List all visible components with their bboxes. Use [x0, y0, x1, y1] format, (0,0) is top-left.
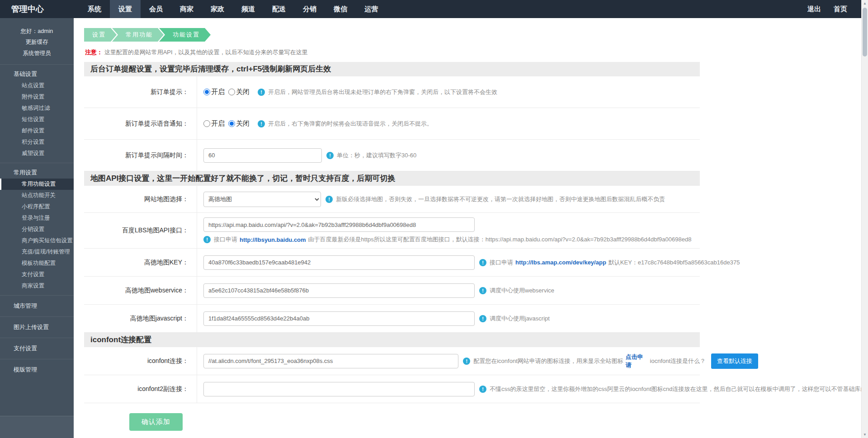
- sidebar-item-payment-settings[interactable]: 支付设置: [0, 269, 74, 280]
- tip-interval-input[interactable]: [203, 148, 322, 163]
- sidebar-group-label-city[interactable]: 城市管理: [0, 299, 74, 313]
- sidebar-item-common-function-settings[interactable]: 常用功能设置: [0, 179, 74, 190]
- new-order-tip-radio-group: 开启 关闭: [203, 88, 253, 96]
- info-icon: [479, 315, 486, 322]
- sidebar-group-label-basic[interactable]: 基础设置: [0, 68, 74, 80]
- scrollbar-thumb[interactable]: [863, 8, 867, 57]
- field-label: 高德地图KEY：: [84, 249, 197, 276]
- baidu-lbs-apply-link[interactable]: http://lbsyun.baidu.com: [240, 236, 306, 243]
- sidebar-item-prestige-settings[interactable]: 威望设置: [0, 148, 74, 159]
- field-help: 单位：秒，建议填写数字30-60: [337, 151, 416, 160]
- sidebar-item-merchant-settings[interactable]: 商家设置: [0, 280, 74, 292]
- nav-item-settings[interactable]: 设置: [110, 0, 141, 18]
- scrollbar-up-arrow[interactable]: ▲: [862, 0, 868, 7]
- new-order-tip-off-radio[interactable]: [228, 89, 235, 95]
- nav-item-distribution[interactable]: 分销: [294, 0, 325, 18]
- sidebar-item-sensitive-word-filter[interactable]: 敏感词过滤: [0, 103, 74, 114]
- sidebar-item-site-function-switch[interactable]: 站点功能开关: [0, 190, 74, 201]
- view-default-link-button[interactable]: 查看默认连接: [711, 353, 758, 369]
- notice-bar: 注意： 这里配置的是网站常用API，以及其他的设置，以后不知道分来的尽量写在这里: [85, 48, 700, 57]
- breadcrumb-step-settings[interactable]: 设置: [84, 28, 117, 42]
- amap-javascript-input[interactable]: [203, 311, 475, 326]
- nav-item-delivery[interactable]: 配送: [264, 0, 294, 18]
- sidebar-item-attachment-settings[interactable]: 附件设置: [0, 91, 74, 103]
- info-icon: [326, 196, 333, 203]
- field-help: 不懂css的亲这里留空，这里你额外增加的css阿里云的iocnfont图标cnd…: [490, 385, 868, 393]
- app-title[interactable]: 管理中心: [0, 0, 74, 18]
- nav-item-operations[interactable]: 运营: [356, 0, 387, 18]
- voice-notify-on-radio[interactable]: [203, 120, 210, 127]
- info-icon: [479, 386, 486, 393]
- sidebar-item-sms-settings[interactable]: 短信设置: [0, 114, 74, 125]
- nav-item-merchants[interactable]: 商家: [171, 0, 202, 18]
- breadcrumb-step-function-settings[interactable]: 功能设置: [159, 28, 211, 42]
- user-role: 系统管理员: [0, 48, 74, 59]
- info-icon: [258, 89, 265, 96]
- sidebar-group-label-payment[interactable]: 支付设置: [0, 342, 74, 355]
- sidebar-item-login-register[interactable]: 登录与注册: [0, 212, 74, 224]
- form-row-map-select: 网站地图选择： 高德地图 新版必须选择地图，否则失效，一旦选择数据将不可逆更改，…: [84, 186, 700, 213]
- field-label: 新订单提示间隔时间：: [84, 140, 197, 171]
- baidu-lbs-api-input[interactable]: [203, 217, 475, 232]
- sidebar-item-points-settings[interactable]: 积分设置: [0, 137, 74, 148]
- notice-label: 注意：: [85, 49, 103, 56]
- nav-item-housekeeping[interactable]: 家政: [202, 0, 233, 18]
- field-label: 百度LBS地图API接口：: [84, 213, 197, 248]
- sidebar-group-template-management: 模版管理: [0, 359, 74, 380]
- sidebar-item-mail-settings[interactable]: 邮件设置: [0, 125, 74, 137]
- sidebar-item-merchant-sms-package[interactable]: 商户购买短信包设置: [0, 235, 74, 246]
- confirm-add-button[interactable]: 确认添加: [129, 413, 183, 431]
- field-label: 网站地图选择：: [84, 186, 197, 212]
- home-link[interactable]: 首页: [827, 0, 854, 18]
- radio-label-off[interactable]: 关闭: [236, 119, 250, 128]
- new-order-tip-on-radio[interactable]: [203, 89, 210, 95]
- sidebar-group-label-common[interactable]: 常用设置: [0, 167, 74, 179]
- voice-notify-off-radio[interactable]: [228, 120, 235, 127]
- update-cache-link[interactable]: 更新缓存: [0, 37, 74, 47]
- nav-item-channel[interactable]: 频道: [233, 0, 264, 18]
- radio-label-on[interactable]: 开启: [211, 88, 225, 96]
- field-help-suffix: 默认KEY：e17c8c7648b49bf5a85663cab16de375: [609, 259, 740, 267]
- radio-label-off[interactable]: 关闭: [236, 88, 250, 96]
- form-row-amap-webservice: 高德地图webservice： 调度中心使用webservice: [84, 277, 700, 305]
- iconfont2-link-input[interactable]: [203, 382, 475, 396]
- nav-item-wechat[interactable]: 微信: [325, 0, 356, 18]
- info-icon: [463, 358, 470, 365]
- iconfont-apply-link[interactable]: 点击申请: [626, 353, 648, 369]
- amap-key-apply-link[interactable]: http://lbs.amap.com/dev/key/app: [515, 259, 606, 266]
- sidebar-user-block: 您好：admin 更新缓存 系统管理员: [0, 18, 74, 64]
- field-label: 新订单提示语音通知：: [84, 108, 197, 139]
- logout-link[interactable]: 退出: [801, 0, 827, 18]
- info-icon: [479, 259, 486, 266]
- form-row-iconfont-link: iconfont连接： 配置您在iconfont网站申请的图标连接，用来显示全站…: [84, 347, 700, 375]
- sidebar-group-basic-settings: 基础设置 站点设置 附件设置 敏感词过滤 短信设置 邮件设置 积分设置 威望设置: [0, 64, 74, 163]
- sidebar-item-miniprogram-config[interactable]: 小程序配置: [0, 201, 74, 212]
- radio-label-on[interactable]: 开启: [211, 119, 225, 128]
- sidebar-group-payment: 支付设置: [0, 338, 74, 359]
- breadcrumb-step-common-functions[interactable]: 常用功能: [112, 28, 164, 42]
- nav-item-members[interactable]: 会员: [141, 0, 171, 18]
- field-help: 开启后，网站管理员后台将出现未处理订单的右下角弹窗，关闭后，以下设置将不会生效: [268, 88, 497, 96]
- info-icon: [479, 287, 486, 294]
- sidebar-item-template-function-config[interactable]: 模板功能配置: [0, 258, 74, 269]
- field-help: 调度中心使用javascript: [490, 315, 550, 323]
- sidebar-group-common-settings: 常用设置 常用功能设置 站点功能开关 小程序配置 登录与注册 分销设置 商户购买…: [0, 163, 74, 295]
- info-icon: [258, 120, 265, 127]
- sidebar-item-recharge-withdraw-transfer[interactable]: 充值/提现/转账管理: [0, 246, 74, 258]
- form-row-amap-javascript: 高德地图javascript： 调度中心使用javascript: [84, 305, 700, 333]
- sidebar-group-image-upload: 图片上传设置: [0, 316, 74, 338]
- sidebar-item-distribution-settings[interactable]: 分销设置: [0, 224, 74, 235]
- field-help-suffix: 由于百度最新必须是https所以这里可配置百度地图接口，默认连接：https:/…: [308, 235, 692, 244]
- nav-item-system[interactable]: 系统: [79, 0, 110, 18]
- sidebar-item-site-settings[interactable]: 站点设置: [0, 80, 74, 91]
- section-title-iconfont: iconfont连接配置: [84, 333, 700, 347]
- sidebar-group-label-image-upload[interactable]: 图片上传设置: [0, 320, 74, 334]
- amap-key-input[interactable]: [203, 255, 475, 270]
- sidebar-group-label-template[interactable]: 模版管理: [0, 363, 74, 377]
- user-greeting: 您好：admin: [0, 26, 74, 37]
- scrollbar-down-arrow[interactable]: ▼: [862, 431, 868, 438]
- field-label: iconfont连接：: [84, 347, 197, 375]
- amap-webservice-input[interactable]: [203, 283, 475, 298]
- map-select-dropdown[interactable]: 高德地图: [203, 192, 321, 207]
- iconfont-link-input[interactable]: [203, 354, 458, 368]
